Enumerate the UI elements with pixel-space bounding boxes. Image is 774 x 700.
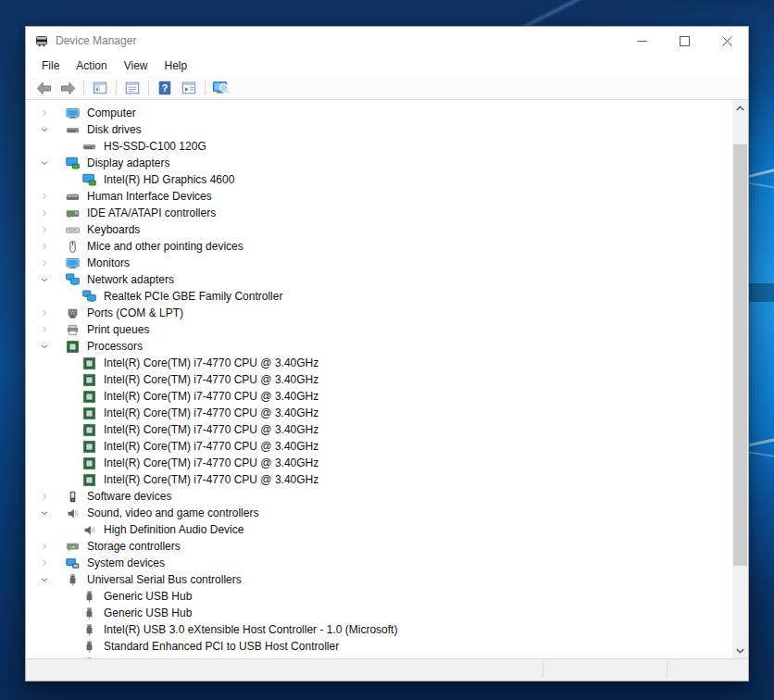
- tree-row[interactable]: Ports (COM & LPT): [26, 305, 732, 321]
- chevron-right-icon[interactable]: [37, 489, 52, 504]
- scroll-up-button[interactable]: [732, 100, 748, 116]
- tree-row[interactable]: Standard Enhanced PCI to USB Host Contro…: [26, 638, 732, 655]
- chevron-right-icon[interactable]: [37, 306, 52, 320]
- chevron-down-icon[interactable]: [37, 339, 52, 354]
- tree-row[interactable]: IDE ATA/ATAPI controllers: [26, 205, 732, 221]
- tree-row[interactable]: Processors: [26, 338, 732, 355]
- menu-item-help[interactable]: Help: [156, 56, 196, 75]
- tree-row[interactable]: Computer: [26, 105, 732, 121]
- tree-row[interactable]: Keyboards: [26, 221, 732, 238]
- tree-row-label: Ports (COM & LPT): [87, 306, 183, 319]
- tree-row-label: Computer: [87, 106, 136, 119]
- processor-icon: [82, 423, 96, 437]
- tree-row-label: Processors: [87, 340, 143, 353]
- menu-item-view[interactable]: View: [116, 56, 156, 75]
- maximize-button[interactable]: [663, 27, 705, 55]
- chevron-right-icon[interactable]: [37, 222, 52, 237]
- console-tree-button[interactable]: [88, 78, 112, 98]
- chevron-down-icon[interactable]: [37, 122, 52, 137]
- scroll-down-button[interactable]: [732, 643, 748, 658]
- tree-row[interactable]: Intel(R) Core(TM) i7-4770 CPU @ 3.40GHz: [26, 388, 732, 405]
- chevron-right-icon[interactable]: [37, 556, 52, 570]
- menu-item-action[interactable]: Action: [68, 56, 115, 75]
- minimize-button[interactable]: [620, 27, 663, 55]
- chevron-down-icon[interactable]: [37, 272, 52, 287]
- tree-row[interactable]: HS-SSD-C100 120G: [26, 138, 732, 155]
- computer-icon: [66, 106, 80, 120]
- chevron-up-icon: [736, 106, 744, 111]
- processor-icon: [82, 390, 96, 404]
- tree-row-label: Network adapters: [87, 273, 174, 286]
- hid-icon: [66, 190, 80, 204]
- chevron-down-icon[interactable]: [37, 506, 52, 520]
- tree-row[interactable]: Universal Serial Bus controllers: [26, 571, 732, 588]
- chevron-right-icon[interactable]: [37, 106, 52, 120]
- tree-row[interactable]: Monitors: [26, 255, 732, 271]
- back-icon: [35, 80, 53, 97]
- tree-row[interactable]: Intel(R) USB 3.0 eXtensible Host Control…: [26, 621, 732, 638]
- forward-button[interactable]: [56, 78, 80, 98]
- chevron-right-icon[interactable]: [37, 256, 52, 270]
- back-button[interactable]: [31, 78, 56, 98]
- help-button[interactable]: ?: [153, 78, 177, 98]
- toolbar: ?: [26, 77, 748, 100]
- tree-row[interactable]: Intel(R) Core(TM) i7-4770 CPU @ 3.40GHz: [26, 471, 732, 488]
- tree-row[interactable]: Intel(R) Core(TM) i7-4770 CPU @ 3.40GHz: [26, 421, 732, 438]
- tree-row[interactable]: Intel(R) Core(TM) i7-4770 CPU @ 3.40GHz: [26, 455, 732, 471]
- chevron-down-icon: [736, 648, 744, 654]
- tree-row-label: Mice and other pointing devices: [87, 240, 243, 253]
- tree-row[interactable]: High Definition Audio Device: [26, 521, 732, 538]
- display-adapter-icon: [82, 173, 96, 187]
- properties-icon: [124, 80, 141, 96]
- chevron-right-icon[interactable]: [37, 539, 52, 554]
- tree-row[interactable]: Display adapters: [26, 155, 732, 171]
- close-icon: [722, 36, 732, 46]
- title-bar[interactable]: Device Manager: [26, 27, 748, 55]
- properties-button[interactable]: [120, 78, 144, 98]
- processor-icon: [82, 373, 96, 387]
- tree-row[interactable]: Network adapters: [26, 271, 732, 288]
- menu-item-file[interactable]: File: [33, 56, 68, 75]
- processor-icon: [66, 340, 80, 354]
- wallpaper-shade-band: [746, 283, 774, 302]
- tree-row-label: Realtek PCIe GBE Family Controller: [104, 290, 282, 303]
- vertical-scrollbar[interactable]: [732, 100, 748, 658]
- tree-row[interactable]: Intel(R) HD Graphics 4600: [26, 171, 732, 188]
- tree-row[interactable]: Intel(R) Core(TM) i7-4770 CPU @ 3.40GHz: [26, 355, 732, 371]
- tree-row[interactable]: Intel(R) Core(TM) i7-4770 CPU @ 3.40GHz: [26, 438, 732, 455]
- close-button[interactable]: [705, 27, 748, 55]
- device-tree: ComputerDisk drivesHS-SSD-C100 120GDispl…: [26, 100, 732, 658]
- tree-row[interactable]: Storage controllers: [26, 538, 732, 555]
- chevron-right-icon[interactable]: [37, 189, 52, 204]
- tree-row-label: Print queues: [87, 323, 149, 336]
- network-adapter-icon: [82, 290, 96, 304]
- status-bar: [26, 658, 748, 681]
- tree-row[interactable]: Generic USB Hub: [26, 605, 732, 621]
- chevron-down-icon[interactable]: [37, 572, 52, 587]
- scrollbar-thumb[interactable]: [733, 144, 747, 566]
- tree-row[interactable]: Sound, video and game controllers: [26, 505, 732, 521]
- action-pane-button[interactable]: [177, 78, 201, 98]
- action-pane-icon: [181, 80, 197, 96]
- mouse-icon: [66, 240, 80, 254]
- tree-row[interactable]: Intel(R) Core(TM) i7-4770 CPU @ 3.40GHz: [26, 371, 732, 388]
- disk-drive-icon: [82, 140, 96, 154]
- chevron-right-icon[interactable]: [37, 206, 52, 220]
- tree-row[interactable]: Generic USB Hub: [26, 588, 732, 605]
- tree-row-label: Intel(R) Core(TM) i7-4770 CPU @ 3.40GHz: [104, 373, 318, 386]
- tree-row[interactable]: Intel(R) Core(TM) i7-4770 CPU @ 3.40GHz: [26, 405, 732, 421]
- tree-row[interactable]: Mice and other pointing devices: [26, 238, 732, 255]
- help-icon: ?: [156, 80, 173, 96]
- chevron-right-icon[interactable]: [37, 322, 52, 337]
- tree-row[interactable]: Print queues: [26, 321, 732, 338]
- tree-row[interactable]: Human Interface Devices: [26, 188, 732, 205]
- tree-row[interactable]: Software devices: [26, 488, 732, 505]
- storage-controller-icon: [66, 540, 80, 554]
- chevron-right-icon[interactable]: [37, 239, 52, 254]
- tree-row[interactable]: System devices: [26, 555, 732, 571]
- chevron-down-icon[interactable]: [37, 156, 52, 170]
- scan-hardware-button[interactable]: [209, 78, 233, 98]
- processor-icon: [82, 406, 96, 420]
- tree-row[interactable]: Disk drives: [26, 121, 732, 138]
- tree-row[interactable]: Realtek PCIe GBE Family Controller: [26, 288, 732, 305]
